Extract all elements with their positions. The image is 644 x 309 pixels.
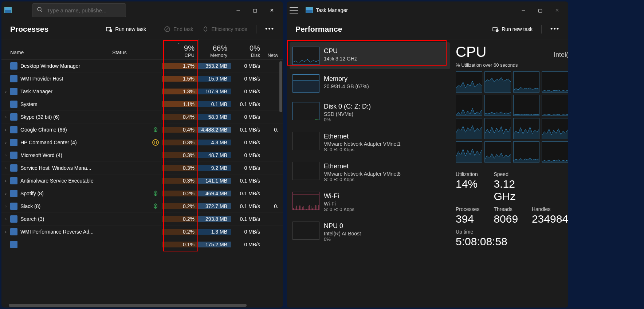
table-row[interactable]: ›Skype (32 bit) (6)0.4%58.9 MB0 MB/s <box>1 111 283 124</box>
expand-icon[interactable]: › <box>1 115 10 119</box>
cpu-core-graph <box>456 95 482 116</box>
scrollbar-vertical[interactable] <box>279 61 282 112</box>
svg-marker-43 <box>514 127 539 139</box>
run-new-task-button[interactable]: Run new task <box>106 26 146 32</box>
col-status[interactable]: Status <box>111 39 162 59</box>
perf-item-name: Disk 0 (C: Z: D:) <box>324 103 447 110</box>
cpu-core-graph <box>542 95 568 116</box>
process-name: Spotify (8) <box>20 191 44 196</box>
perf-item-ethernet[interactable]: EthernetVMware Network Adapter VMnet8S: … <box>290 157 450 187</box>
stat-value: 234984 <box>532 213 568 225</box>
page-title: Performance <box>295 25 483 34</box>
expand-icon[interactable]: › <box>1 230 10 234</box>
cpu-cell: 0.1% <box>162 242 198 247</box>
expand-icon[interactable]: › <box>1 153 10 157</box>
expand-icon[interactable]: › <box>1 191 10 196</box>
table-row[interactable]: ›Service Host: Windows Mana...0.3%9.2 MB… <box>1 162 283 175</box>
disk-cell: 0.1 MB/s <box>231 191 264 196</box>
maximize-button[interactable]: ▢ <box>532 4 549 16</box>
table-row[interactable]: ›Google Chrome (66)0.4%4,488.2 MB0.1 MB/… <box>1 124 283 136</box>
table-row[interactable]: ›HP Command Center (4)0.3%4.3 MB0 MB/s <box>1 136 283 149</box>
perf-item-sub: SSD (NVMe) <box>324 111 447 117</box>
perf-item-sub: Intel(R) AI Boost <box>324 231 447 236</box>
perf-item-sub: VMware Network Adapter VMnet8 <box>324 171 447 177</box>
stat-label: Up time <box>456 229 568 235</box>
search-box[interactable] <box>32 3 126 17</box>
toolbar: Processes Run new task End task Efficien… <box>1 19 283 39</box>
perf-item-sub2: 0% <box>324 236 447 242</box>
cpu-core-graph <box>513 118 540 139</box>
perf-item-sub2: S: 0 R: 0 Kbps <box>324 207 447 212</box>
table-row[interactable]: ›Search (3)0.2%293.8 MB0.1 MB/s <box>1 213 283 226</box>
cpu-core-graph <box>513 95 540 116</box>
col-name[interactable]: Name <box>1 39 111 59</box>
hamburger-menu-button[interactable] <box>290 7 298 13</box>
status-cell <box>111 126 162 133</box>
process-icon <box>10 164 17 172</box>
cpu-core-graph <box>542 71 568 93</box>
perf-item-sub2: 0% <box>324 117 447 122</box>
minimize-button[interactable]: ─ <box>515 4 532 16</box>
expand-icon[interactable]: › <box>1 166 10 170</box>
table-body: Desktop Window Manager1.7%353.2 MB0 MB/s… <box>1 60 283 308</box>
stat-label: Handles <box>532 206 568 212</box>
perf-item-name: Wi-Fi <box>324 192 447 200</box>
process-icon <box>10 139 17 146</box>
expand-icon[interactable]: › <box>1 89 10 94</box>
close-button[interactable]: ✕ <box>263 4 280 16</box>
perf-item-wi-fi[interactable]: Wi-FiWi-FiS: 0 R: 0 Kbps <box>290 187 450 216</box>
close-button[interactable]: ✕ <box>549 4 565 16</box>
col-cpu[interactable]: ⌄ 9% CPU <box>162 39 198 59</box>
cpu-cell: 0.2% <box>162 216 198 222</box>
table-row[interactable]: ›Slack (8)0.2%372.7 MB0.1 MB/s0. <box>1 200 283 213</box>
perf-item-cpu[interactable]: CPU14% 3.12 GHz <box>290 42 450 69</box>
table-row[interactable]: ›Microsoft Word (4)0.3%48.7 MB0 MB/s <box>1 149 283 162</box>
perf-item-npu-0[interactable]: NPU 0Intel(R) AI Boost0% <box>290 217 450 246</box>
col-disk[interactable]: 0% Disk <box>231 39 264 59</box>
process-name: Antimalware Service Executable <box>20 178 94 184</box>
run-new-task-button[interactable]: Run new task <box>492 26 533 32</box>
memory-cell: 48.7 MB <box>198 152 231 158</box>
perf-item-memory[interactable]: Memory20.9/31.4 GB (67%) <box>290 70 450 97</box>
table-row[interactable]: ›Spotify (8)0.2%469.4 MB0.1 MB/s <box>1 187 283 200</box>
table-row[interactable]: ›Task Manager1.3%107.9 MB0 MB/s <box>1 85 283 98</box>
perf-item-ethernet[interactable]: EthernetVMware Network Adapter VMnet1S: … <box>290 128 450 157</box>
perf-thumbnail <box>292 192 319 210</box>
memory-cell: 293.8 MB <box>198 216 231 222</box>
process-icon <box>10 113 17 121</box>
expand-icon[interactable]: › <box>1 179 10 183</box>
minimize-button[interactable]: ─ <box>230 4 247 16</box>
table-row[interactable]: 0.1%175.2 MB0 MB/s <box>1 238 283 251</box>
expand-icon[interactable]: › <box>1 140 10 145</box>
perf-item-disk-0-c-z-d-[interactable]: Disk 0 (C: Z: D:)SSD (NVMe)0% <box>290 98 450 127</box>
expand-icon[interactable]: › <box>1 204 10 208</box>
net-header-label: Netw <box>264 52 278 58</box>
titlebar[interactable]: ─ ▢ ✕ <box>1 1 283 19</box>
process-name: Skype (32 bit) (6) <box>20 114 59 120</box>
network-cell: 0. <box>264 203 282 209</box>
col-network[interactable]: Netw <box>264 39 282 59</box>
disk-cell: 0 MB/s <box>231 152 264 158</box>
more-button[interactable]: ••• <box>550 25 559 33</box>
col-memory[interactable]: 66% Memory <box>198 39 231 59</box>
task-manager-performance-window: Task Manager ─ ▢ ✕ Performance Run new t… <box>287 1 568 308</box>
maximize-button[interactable]: ▢ <box>247 4 263 16</box>
cpu-model: Intel( <box>554 51 568 59</box>
titlebar[interactable]: Task Manager ─ ▢ ✕ <box>287 1 568 19</box>
table-row[interactable]: WMI Provider Host1.5%15.9 MB0 MB/s <box>1 73 283 85</box>
disk-cell: 0 MB/s <box>231 229 264 235</box>
scrollbar-horizontal[interactable] <box>9 304 247 307</box>
search-input[interactable] <box>47 7 121 13</box>
more-button[interactable]: ••• <box>265 25 274 33</box>
cpu-header-label: CPU <box>162 52 195 58</box>
disk-cell: 0.1 MB/s <box>231 216 264 222</box>
table-row[interactable]: ›WMI Performance Reverse Ad...0.2%1.3 MB… <box>1 226 283 238</box>
expand-icon[interactable]: › <box>1 128 10 132</box>
table-row[interactable]: System1.1%0.1 MB0.1 MB/s <box>1 98 283 111</box>
svg-marker-47 <box>514 158 539 162</box>
perf-thumbnail <box>292 102 319 120</box>
table-row[interactable]: ›Antimalware Service Executable0.3%141.1… <box>1 175 283 187</box>
table-row[interactable]: Desktop Window Manager1.7%353.2 MB0 MB/s <box>1 60 283 73</box>
disk-cell: 0 MB/s <box>231 76 264 82</box>
expand-icon[interactable]: › <box>1 217 10 221</box>
